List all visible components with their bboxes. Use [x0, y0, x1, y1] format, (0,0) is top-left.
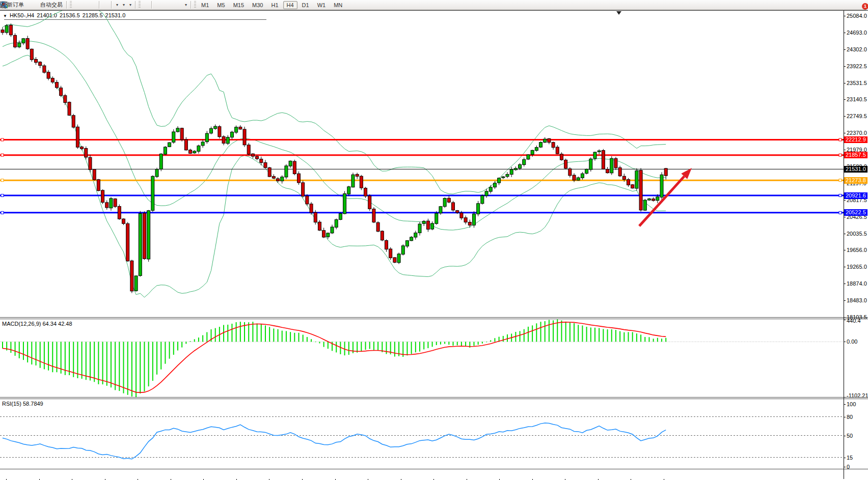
- line-chart-type-button[interactable]: [81, 1, 85, 10]
- text-tool-button[interactable]: A: [174, 1, 178, 10]
- hline-handle[interactable]: [839, 179, 842, 182]
- chevron-down-icon: ▾: [123, 3, 125, 7]
- channel-tool-button[interactable]: E: [166, 1, 170, 10]
- search-icon[interactable]: [0, 1, 8, 9]
- candlestick-series: [1, 23, 667, 293]
- toolbar-separator: [111, 1, 112, 9]
- toolbar-grip[interactable]: [139, 1, 141, 9]
- horizontal-lines: [0, 139, 844, 212]
- toolbar-separator: [151, 1, 152, 9]
- strategy-tester-button[interactable]: [30, 1, 34, 10]
- macd-histogram: [2, 319, 666, 397]
- price-tick: [844, 66, 846, 67]
- chart-area: ▼ HK50-,H4 21401.0 21536.5 21285.5 21531…: [0, 10, 868, 480]
- macd-axis-min: -1102.21: [847, 392, 868, 399]
- price-badge-21531.0: 21531.0: [844, 166, 867, 173]
- arrows-tool-button[interactable]: ▾: [182, 1, 189, 10]
- price-tick: [844, 300, 846, 301]
- vertical-line-tool-button[interactable]: [154, 1, 158, 10]
- timeframe-buttons: M1M5M15M30H1H4D1W1MN: [197, 1, 346, 9]
- timeframe-m30[interactable]: M30: [249, 1, 266, 9]
- rsi-tick: [844, 467, 846, 467]
- pane-separator: [0, 319, 868, 319]
- timeframe-m1[interactable]: M1: [198, 1, 212, 9]
- new-order-button[interactable]: 新订单: [5, 1, 26, 10]
- rsi-axis-100: 100: [847, 401, 856, 407]
- rsi-tick: [844, 458, 846, 458]
- fibonacci-tool-button[interactable]: F: [170, 1, 174, 10]
- bar-chart-type-button[interactable]: [73, 1, 77, 10]
- price-badge-20921.6: 20921.6: [844, 192, 867, 199]
- macd-indicator-label: MACD(12,26,9) 64.34 42.48: [2, 321, 72, 327]
- auto-trading-label: 自动交易: [40, 1, 63, 9]
- hline-handle[interactable]: [1, 154, 4, 156]
- price-tick-label: 23140.5: [847, 96, 867, 102]
- rsi-chart-surface[interactable]: [0, 399, 844, 469]
- zoom-out-button[interactable]: [89, 1, 93, 10]
- hline-handle[interactable]: [839, 194, 842, 197]
- price-badge-22212.9: 22212.9: [844, 136, 867, 143]
- macd-chart-surface[interactable]: [0, 319, 844, 399]
- price-tick-label: 23531.5: [847, 80, 867, 86]
- price-tick: [844, 133, 846, 133]
- timeframe-m15[interactable]: M15: [230, 1, 248, 9]
- price-tick-label: 19656.0: [847, 247, 867, 253]
- signals-button[interactable]: [34, 1, 38, 10]
- rsi-indicator-label: RSI(15) 58.7849: [2, 401, 43, 407]
- timeframe-m5[interactable]: M5: [213, 1, 228, 9]
- toolbar-grip[interactable]: [194, 1, 196, 9]
- pane-separator[interactable]: [0, 317, 868, 318]
- bollinger-bands: [3, 11, 666, 297]
- periods-button[interactable]: ▾: [120, 1, 127, 10]
- market-watch-button[interactable]: [26, 1, 30, 10]
- pane-separator[interactable]: [0, 397, 868, 398]
- price-badge-20522.5: 20522.5: [844, 209, 867, 216]
- macd-signal-line: [3, 322, 666, 392]
- hline-handle[interactable]: [1, 179, 4, 182]
- price-tick: [844, 284, 846, 284]
- templates-button[interactable]: ▾: [127, 1, 133, 10]
- price-tick-label: 20035.5: [847, 231, 867, 237]
- price-tick: [844, 217, 846, 217]
- pane-separator: [0, 469, 868, 469]
- candle-chart-type-button[interactable]: [77, 1, 81, 10]
- hline-handle[interactable]: [1, 211, 4, 214]
- hline-handle[interactable]: [839, 138, 842, 141]
- horizontal-line-tool-button[interactable]: [158, 1, 162, 10]
- indicators-button[interactable]: ▾: [114, 1, 120, 10]
- trend-arrow-annotation[interactable]: [639, 168, 692, 226]
- crosshair-tool-button[interactable]: [146, 1, 150, 10]
- cursor-tool-button[interactable]: [142, 1, 146, 10]
- hline-handle[interactable]: [1, 194, 4, 197]
- rsi-line: [3, 423, 666, 459]
- price-tick: [844, 83, 846, 83]
- auto-scroll-button[interactable]: [101, 1, 105, 10]
- trendline-tool-button[interactable]: [162, 1, 166, 10]
- timeframe-d1[interactable]: D1: [299, 1, 313, 9]
- timeframe-h4[interactable]: H4: [283, 1, 297, 9]
- timeframe-w1[interactable]: W1: [314, 1, 330, 9]
- price-badge-21273.8: 21273.8: [844, 177, 867, 184]
- price-tick-label: 22370.0: [847, 130, 867, 136]
- candlestick-chart-surface[interactable]: [0, 11, 844, 317]
- chevron-down-icon: ▾: [116, 3, 118, 7]
- new-order-label: 新订单: [7, 1, 24, 9]
- tile-windows-button[interactable]: [93, 1, 97, 10]
- hline-handle[interactable]: [839, 154, 842, 156]
- hline-handle[interactable]: [1, 138, 4, 141]
- toolbar: 新订单 自动交易: [0, 0, 868, 10]
- text-label-tool-button[interactable]: T: [178, 1, 182, 10]
- zoom-in-button[interactable]: [85, 1, 89, 10]
- macd-axis-max: 440.4: [847, 318, 861, 324]
- auto-trading-button[interactable]: 自动交易: [38, 1, 65, 10]
- hline-handle[interactable]: [839, 211, 842, 214]
- price-tick: [844, 200, 846, 201]
- timeframe-mn[interactable]: MN: [330, 1, 346, 9]
- rsi-axis-50: 50: [847, 433, 853, 439]
- rsi-tick: [844, 436, 846, 436]
- timeframe-h1[interactable]: H1: [267, 1, 282, 9]
- price-tick-label: 24302.0: [847, 46, 867, 52]
- chart-shift-button[interactable]: [105, 1, 110, 10]
- macd-axis-zero: 0.00: [847, 338, 857, 345]
- toolbar-grip[interactable]: [70, 1, 72, 9]
